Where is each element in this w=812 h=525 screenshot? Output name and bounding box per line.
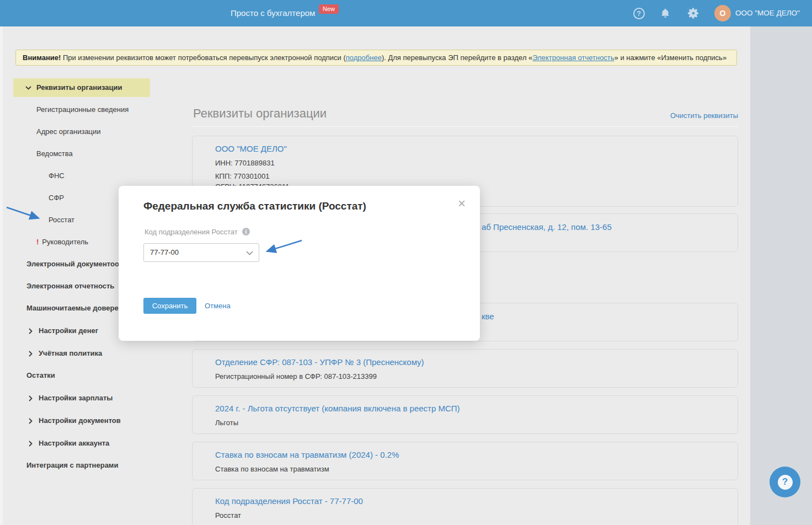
ifns-link-fragment[interactable]: кве: [482, 312, 494, 321]
chevron-down-icon: [25, 86, 31, 90]
card-sfr: Отделение СФР: 087-103 - УПФР № 3 (Пресн…: [192, 349, 738, 388]
sidebar-item-salary-settings[interactable]: Настройки зарплаты: [29, 393, 113, 404]
sidebar-item-sfr[interactable]: СФР: [49, 192, 64, 203]
sidebar-item-fns[interactable]: ФНС: [49, 170, 65, 181]
travmatizm-link[interactable]: Ставка по взносам на травматизм (2024) -…: [215, 450, 399, 459]
save-button[interactable]: Сохранить: [143, 298, 196, 314]
warning-banner-bold: Внимание!: [23, 53, 61, 62]
help-icon[interactable]: ?: [632, 0, 645, 26]
account-name[interactable]: ООО "МОЕ ДЕЛО": [735, 0, 800, 26]
sidebar-item-partner-integration[interactable]: Интеграция с партнерами: [26, 460, 118, 471]
sidebar-item-registration-info[interactable]: Регистрационные сведения: [36, 104, 129, 115]
chevron-down-icon: [246, 251, 253, 255]
rosstat-code-value: 77-77-00: [150, 248, 179, 256]
info-icon[interactable]: i: [242, 228, 250, 235]
chevron-right-icon: [29, 441, 33, 447]
warning-banner-text: ). Для перевыпуска ЭП перейдите в раздел…: [382, 53, 532, 62]
kpp-value: КПП: 770301001: [215, 172, 270, 180]
warning-banner-text: При изменении реквизитов может потребова…: [61, 53, 345, 62]
chevron-right-icon: [29, 351, 33, 357]
account-avatar[interactable]: O: [714, 5, 731, 22]
header-divider: [192, 126, 738, 127]
page-title: Реквизиты организации: [193, 106, 327, 121]
modal-title: Федеральная служба статистики (Росстат): [143, 200, 366, 212]
rosstat-code-select[interactable]: 77-77-00: [143, 243, 259, 262]
sidebar-item-electronic-reporting[interactable]: Электронная отчетность: [26, 281, 114, 292]
address-link-fragment[interactable]: аб Пресненская, д. 12, пом. 13-65: [482, 222, 612, 232]
sfr-link[interactable]: Отделение СФР: 087-103 - УПФР № 3 (Пресн…: [215, 357, 424, 367]
sidebar-item-rukovoditel[interactable]: !Руководитель: [36, 237, 88, 248]
sfr-registration-number: Регистрационный номер в СФР: 087-103-213…: [215, 372, 377, 381]
cancel-button[interactable]: Отмена: [205, 302, 231, 310]
card-rosstat-code: Код подразделения Росстат - 77-77-00 Рос…: [192, 488, 738, 525]
close-icon[interactable]: ×: [458, 197, 466, 210]
sidebar-item-money-settings[interactable]: Настройки денег: [29, 325, 98, 336]
sidebar-item-label: Реквизиты организации: [36, 83, 122, 92]
question-mark-icon: ?: [778, 475, 793, 490]
sidebar-item-account-settings[interactable]: Настройки аккаунта: [29, 438, 109, 449]
clear-requisites-link[interactable]: Очистить реквизиты: [670, 111, 738, 120]
organization-name-link[interactable]: ООО "МОЕ ДЕЛО": [215, 144, 287, 153]
card-lgoty: 2024 г. - Льгота отсутствует (компания в…: [192, 395, 738, 434]
sidebar-item-org-address[interactable]: Адрес организации: [36, 126, 101, 137]
rosstat-code-link[interactable]: Код подразделения Росстат - 77-77-00: [215, 496, 363, 506]
notifications-bell-icon[interactable]: [659, 0, 672, 26]
warning-banner-text: » и нажмите «Изменить подпись»: [615, 53, 727, 62]
rosstat-modal: Федеральная служба статистики (Росстат) …: [119, 186, 480, 341]
top-header-bar: Просто с бухгалтером New ? O ООО "МОЕ ДЕ…: [0, 0, 812, 26]
annotation-arrow-rosstat: [7, 207, 38, 218]
chevron-right-icon: [29, 328, 33, 334]
rosstat-code-field-label: Код подразделения Росстат: [145, 228, 238, 236]
sidebar-item-ostatki[interactable]: Остатки: [26, 370, 55, 381]
sidebar-item-vedomstva[interactable]: Ведомства: [36, 148, 73, 159]
sidebar-item-rekvizity-selected[interactable]: Реквизиты организации: [13, 78, 150, 97]
rosstat-label: Росстат: [215, 511, 241, 519]
inn-value: ИНН: 7701889831: [215, 159, 275, 167]
details-link[interactable]: подробнее: [346, 53, 382, 62]
chevron-right-icon: [29, 395, 33, 401]
help-fab-button[interactable]: ?: [770, 467, 800, 497]
sidebar-item-accounting-policy[interactable]: Учётная политика: [29, 348, 102, 359]
warning-banner: Внимание! При изменении реквизитов может…: [15, 50, 737, 66]
card-travmatizm: Ставка по взносам на травматизм (2024) -…: [192, 442, 738, 480]
chevron-right-icon: [29, 418, 33, 424]
sidebar-item-document-settings[interactable]: Настройки документов: [29, 415, 121, 426]
electronic-reporting-link[interactable]: Электронная отчетность: [532, 53, 614, 62]
travmatizm-label: Ставка по взносам на травматизм: [215, 465, 329, 473]
right-panel-strip: [750, 26, 812, 525]
new-badge: New: [319, 4, 339, 14]
sidebar-item-rosstat[interactable]: Росстат: [49, 215, 74, 226]
settings-gear-icon[interactable]: [686, 0, 701, 26]
warning-exclamation-icon: !: [36, 238, 39, 246]
lgoty-label: Льготы: [215, 419, 238, 427]
left-edge-strip: [0, 26, 3, 525]
header-title: Просто с бухгалтером: [231, 0, 315, 26]
lgoty-link[interactable]: 2024 г. - Льгота отсутствует (компания в…: [215, 404, 460, 413]
